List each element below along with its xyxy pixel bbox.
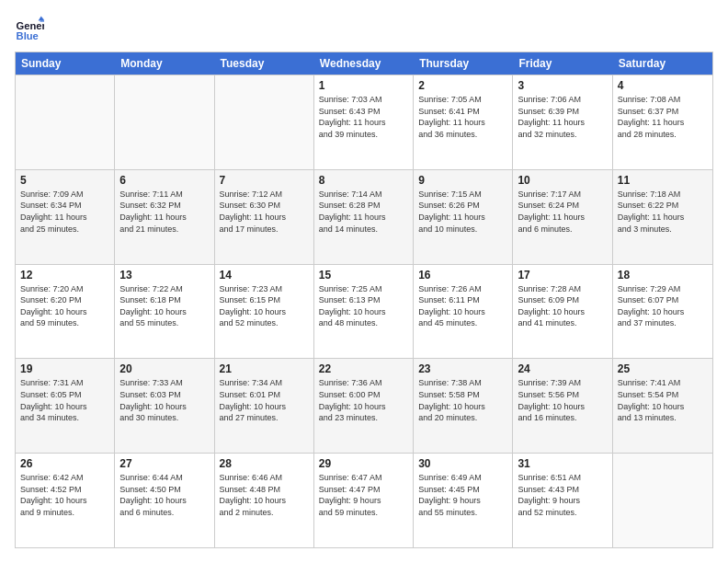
cell-date: 14 [220,269,309,282]
cell-date: 21 [220,362,309,375]
calendar-row: 5Sunrise: 7:09 AM Sunset: 6:34 PM Daylig… [16,169,712,264]
cell-info: Sunrise: 7:28 AM Sunset: 6:09 PM Dayligh… [518,283,607,329]
calendar-cell: 2Sunrise: 7:05 AM Sunset: 6:41 PM Daylig… [414,75,513,169]
cell-date: 28 [220,457,309,470]
calendar-cell: 29Sunrise: 6:47 AM Sunset: 4:47 PM Dayli… [314,454,414,547]
cell-info: Sunrise: 7:03 AM Sunset: 6:43 PM Dayligh… [319,94,408,140]
cell-info: Sunrise: 7:20 AM Sunset: 6:20 PM Dayligh… [20,283,109,329]
cell-info: Sunrise: 7:25 AM Sunset: 6:13 PM Dayligh… [319,283,408,329]
cell-date: 9 [418,174,507,187]
calendar-cell: 14Sunrise: 7:23 AM Sunset: 6:15 PM Dayli… [215,265,314,359]
calendar-row: 1Sunrise: 7:03 AM Sunset: 6:43 PM Daylig… [16,75,712,169]
day-headers: SundayMondayTuesdayWednesdayThursdayFrid… [16,52,712,75]
cell-date: 29 [319,457,408,470]
day-header-tuesday: Tuesday [215,52,314,75]
calendar-cell: 23Sunrise: 7:38 AM Sunset: 5:58 PM Dayli… [414,359,513,453]
calendar-cell [215,75,314,169]
cell-info: Sunrise: 7:23 AM Sunset: 6:15 PM Dayligh… [220,283,309,329]
calendar-cell: 30Sunrise: 6:49 AM Sunset: 4:45 PM Dayli… [414,454,513,547]
calendar-cell: 6Sunrise: 7:11 AM Sunset: 6:32 PM Daylig… [115,170,214,264]
calendar-cell: 21Sunrise: 7:34 AM Sunset: 6:01 PM Dayli… [215,359,314,453]
calendar-cell: 19Sunrise: 7:31 AM Sunset: 6:05 PM Dayli… [16,359,115,453]
cell-info: Sunrise: 7:31 AM Sunset: 6:05 PM Dayligh… [20,377,109,423]
cell-info: Sunrise: 7:06 AM Sunset: 6:39 PM Dayligh… [518,94,607,140]
cell-info: Sunrise: 7:33 AM Sunset: 6:03 PM Dayligh… [119,377,209,423]
cell-date: 16 [418,269,507,282]
cell-info: Sunrise: 7:34 AM Sunset: 6:01 PM Dayligh… [220,377,309,423]
calendar-cell [613,454,712,547]
cell-date: 4 [618,79,708,92]
calendar-cell: 25Sunrise: 7:41 AM Sunset: 5:54 PM Dayli… [613,359,712,453]
cell-date: 23 [418,362,507,375]
cell-date: 2 [418,79,507,92]
cell-date: 1 [319,79,408,92]
cell-info: Sunrise: 7:11 AM Sunset: 6:32 PM Dayligh… [119,189,209,235]
calendar-cell: 11Sunrise: 7:18 AM Sunset: 6:22 PM Dayli… [613,170,712,264]
cell-info: Sunrise: 7:36 AM Sunset: 6:00 PM Dayligh… [319,377,408,423]
cell-info: Sunrise: 7:26 AM Sunset: 6:11 PM Dayligh… [418,283,507,329]
cell-date: 8 [319,174,408,187]
day-header-saturday: Saturday [613,52,712,75]
cell-date: 13 [119,269,209,282]
day-header-sunday: Sunday [16,52,115,75]
cell-info: Sunrise: 7:09 AM Sunset: 6:34 PM Dayligh… [20,189,109,235]
cell-date: 25 [618,362,708,375]
calendar-cell: 24Sunrise: 7:39 AM Sunset: 5:56 PM Dayli… [513,359,612,453]
cell-info: Sunrise: 7:29 AM Sunset: 6:07 PM Dayligh… [618,283,708,329]
cell-date: 12 [20,269,109,282]
calendar-cell: 27Sunrise: 6:44 AM Sunset: 4:50 PM Dayli… [115,454,214,547]
calendar-cell [115,75,214,169]
calendar-cell: 28Sunrise: 6:46 AM Sunset: 4:48 PM Dayli… [215,454,314,547]
calendar-cell: 16Sunrise: 7:26 AM Sunset: 6:11 PM Dayli… [414,265,513,359]
calendar-cell: 17Sunrise: 7:28 AM Sunset: 6:09 PM Dayli… [513,265,612,359]
day-header-wednesday: Wednesday [314,52,414,75]
calendar-cell: 8Sunrise: 7:14 AM Sunset: 6:28 PM Daylig… [314,170,414,264]
calendar-cell [16,75,115,169]
cell-date: 10 [518,174,607,187]
calendar-cell: 7Sunrise: 7:12 AM Sunset: 6:30 PM Daylig… [215,170,314,264]
calendar-cell: 5Sunrise: 7:09 AM Sunset: 6:34 PM Daylig… [16,170,115,264]
cell-date: 7 [220,174,309,187]
cell-date: 18 [618,269,708,282]
logo-icon: General Blue [15,15,44,44]
logo: General Blue [15,15,44,44]
cell-info: Sunrise: 7:05 AM Sunset: 6:41 PM Dayligh… [418,94,507,140]
cell-info: Sunrise: 7:18 AM Sunset: 6:22 PM Dayligh… [618,189,708,235]
cell-date: 5 [20,174,109,187]
cell-date: 11 [618,174,708,187]
calendar-cell: 9Sunrise: 7:15 AM Sunset: 6:26 PM Daylig… [414,170,513,264]
cell-date: 22 [319,362,408,375]
cell-date: 6 [119,174,209,187]
cell-info: Sunrise: 7:22 AM Sunset: 6:18 PM Dayligh… [119,283,209,329]
calendar-cell: 31Sunrise: 6:51 AM Sunset: 4:43 PM Dayli… [513,454,612,547]
calendar-cell: 3Sunrise: 7:06 AM Sunset: 6:39 PM Daylig… [513,75,612,169]
cell-date: 3 [518,79,607,92]
calendar-row: 12Sunrise: 7:20 AM Sunset: 6:20 PM Dayli… [16,264,712,359]
page: General Blue SundayMondayTuesdayWednesda… [0,0,728,563]
cell-date: 17 [518,269,607,282]
calendar-cell: 1Sunrise: 7:03 AM Sunset: 6:43 PM Daylig… [314,75,414,169]
calendar-row: 19Sunrise: 7:31 AM Sunset: 6:05 PM Dayli… [16,358,712,453]
cell-date: 15 [319,269,408,282]
header: General Blue [15,15,713,44]
cell-info: Sunrise: 7:41 AM Sunset: 5:54 PM Dayligh… [618,377,708,423]
calendar-cell: 22Sunrise: 7:36 AM Sunset: 6:00 PM Dayli… [314,359,414,453]
svg-text:Blue: Blue [17,30,39,41]
calendar-cell: 26Sunrise: 6:42 AM Sunset: 4:52 PM Dayli… [16,454,115,547]
cell-info: Sunrise: 7:39 AM Sunset: 5:56 PM Dayligh… [518,377,607,423]
cell-info: Sunrise: 7:17 AM Sunset: 6:24 PM Dayligh… [518,189,607,235]
cell-date: 20 [119,362,209,375]
day-header-friday: Friday [513,52,612,75]
cell-info: Sunrise: 7:38 AM Sunset: 5:58 PM Dayligh… [418,377,507,423]
calendar-cell: 20Sunrise: 7:33 AM Sunset: 6:03 PM Dayli… [115,359,214,453]
cell-info: Sunrise: 7:12 AM Sunset: 6:30 PM Dayligh… [220,189,309,235]
day-header-thursday: Thursday [414,52,513,75]
cell-date: 27 [119,457,209,470]
cell-info: Sunrise: 6:51 AM Sunset: 4:43 PM Dayligh… [518,472,607,518]
cell-info: Sunrise: 6:47 AM Sunset: 4:47 PM Dayligh… [319,472,408,518]
calendar-cell: 13Sunrise: 7:22 AM Sunset: 6:18 PM Dayli… [115,265,214,359]
day-header-monday: Monday [115,52,214,75]
cell-info: Sunrise: 6:44 AM Sunset: 4:50 PM Dayligh… [119,472,209,518]
calendar-row: 26Sunrise: 6:42 AM Sunset: 4:52 PM Dayli… [16,453,712,547]
calendar-cell: 18Sunrise: 7:29 AM Sunset: 6:07 PM Dayli… [613,265,712,359]
